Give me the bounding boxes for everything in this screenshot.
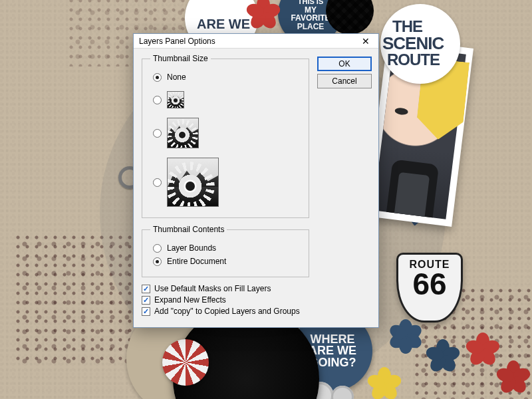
- thumb-preview-medium: [167, 118, 199, 148]
- radio-layer-bounds[interactable]: [153, 244, 162, 253]
- scenic-text-route: ROUTE: [387, 53, 440, 66]
- thumbnail-contents-legend: Thumbnail Contents: [150, 225, 227, 234]
- thumb-preview-large: [167, 158, 219, 207]
- favorite-text-1: THIS IS: [293, 0, 329, 5]
- thumb-size-small-row[interactable]: [153, 91, 301, 108]
- ok-button[interactable]: OK: [317, 57, 372, 71]
- flower-red: [496, 360, 531, 395]
- close-icon: ✕: [362, 37, 370, 46]
- scenic-text-the: THE: [392, 20, 422, 33]
- chk-add-copy-row[interactable]: Add "copy" to Copied Layers and Groups: [142, 307, 309, 316]
- are-we-text: ARE WE: [197, 19, 250, 30]
- scenic-text-scenic: SCENIC: [382, 36, 444, 51]
- flower-blue: [426, 339, 460, 374]
- radio-thumb-small[interactable]: [153, 96, 162, 104]
- flower-yellow: [367, 367, 402, 399]
- ok-button-label: OK: [338, 59, 350, 68]
- dialog-title: Layers Panel Options: [139, 37, 354, 46]
- close-button[interactable]: ✕: [354, 35, 377, 48]
- favorite-text-2: MY: [293, 7, 329, 13]
- dialog-titlebar[interactable]: Layers Panel Options ✕: [134, 34, 378, 49]
- thumbnail-size-legend: Thumbnail Size: [150, 54, 211, 63]
- thumb-none-label: None: [167, 72, 186, 82]
- flower-blue: [388, 319, 423, 354]
- radio-thumb-medium[interactable]: [153, 129, 162, 138]
- chk-default-masks-row[interactable]: Use Default Masks on Fill Layers: [142, 284, 309, 293]
- layer-bounds-label: Layer Bounds: [167, 243, 216, 253]
- thumb-size-none-row[interactable]: None: [153, 72, 301, 82]
- flower-red: [246, 0, 281, 31]
- shield-number: 66: [398, 271, 461, 298]
- chk-expand-effects-label: Expand New Effects: [154, 295, 226, 305]
- thumb-size-large-row[interactable]: [153, 158, 301, 207]
- route-shield: ROUTE 66: [396, 253, 463, 323]
- cancel-button[interactable]: Cancel: [317, 74, 372, 88]
- thumbnail-contents-group: Thumbnail Contents Layer Bounds Entire D…: [142, 225, 309, 277]
- thumb-size-medium-row[interactable]: [153, 118, 301, 148]
- layers-panel-options-dialog: Layers Panel Options ✕ Thumbnail Size No…: [133, 33, 379, 328]
- flower-red: [466, 332, 500, 367]
- thumb-preview-small: [167, 91, 184, 108]
- cancel-button-label: Cancel: [332, 76, 356, 86]
- radio-thumb-large[interactable]: [153, 178, 162, 187]
- contents-layer-bounds-row[interactable]: Layer Bounds: [153, 243, 301, 253]
- thumbnail-size-group: Thumbnail Size None: [142, 54, 309, 218]
- face-eye: [394, 107, 408, 115]
- checkbox-default-masks[interactable]: [142, 285, 150, 293]
- checkbox-expand-effects[interactable]: [142, 296, 150, 305]
- checkbox-add-copy[interactable]: [142, 307, 150, 316]
- chk-add-copy-label: Add "copy" to Copied Layers and Groups: [154, 307, 300, 316]
- chk-expand-effects-row[interactable]: Expand New Effects: [142, 295, 309, 305]
- entire-document-label: Entire Document: [167, 257, 226, 266]
- favorite-text-4: PLACE: [293, 23, 329, 30]
- phone-prop: [383, 159, 439, 219]
- chip-disc: [162, 339, 209, 386]
- radio-thumb-none[interactable]: [153, 73, 162, 82]
- chk-default-masks-label: Use Default Masks on Fill Layers: [154, 284, 271, 293]
- contents-entire-doc-row[interactable]: Entire Document: [153, 257, 301, 266]
- radio-entire-document[interactable]: [153, 257, 162, 266]
- going-line-2: ARE WE: [309, 345, 356, 356]
